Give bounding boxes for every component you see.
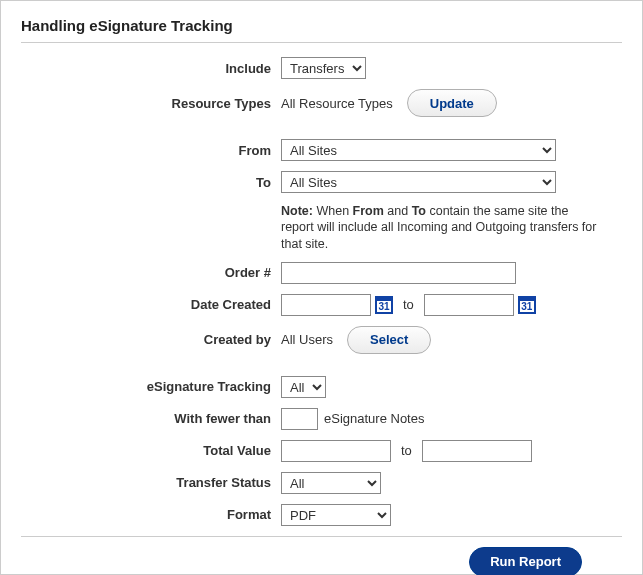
fewer-than-input[interactable] bbox=[281, 408, 318, 430]
to-site-select[interactable]: All Sites bbox=[281, 171, 556, 193]
esig-tracking-select[interactable]: All bbox=[281, 376, 326, 398]
label-to: To bbox=[21, 175, 281, 190]
row-to: To All Sites bbox=[21, 171, 622, 193]
label-format: Format bbox=[21, 507, 281, 522]
row-order: Order # bbox=[21, 262, 622, 284]
from-site-select[interactable]: All Sites bbox=[281, 139, 556, 161]
total-value-from-input[interactable] bbox=[281, 440, 391, 462]
label-order: Order # bbox=[21, 265, 281, 280]
format-select[interactable]: PDF bbox=[281, 504, 391, 526]
date-to-input[interactable] bbox=[424, 294, 514, 316]
row-esig-tracking: eSignature Tracking All bbox=[21, 376, 622, 398]
row-format: Format PDF bbox=[21, 504, 622, 526]
row-created-by: Created by All Users Select bbox=[21, 326, 622, 354]
date-to-word: to bbox=[403, 297, 414, 312]
label-total-value: Total Value bbox=[21, 443, 281, 458]
total-value-to-input[interactable] bbox=[422, 440, 532, 462]
row-include: Include Transfers bbox=[21, 57, 622, 79]
select-button[interactable]: Select bbox=[347, 326, 431, 354]
transfer-status-select[interactable]: All bbox=[281, 472, 381, 494]
row-from: From All Sites bbox=[21, 139, 622, 161]
row-note: Note: When From and To contain the same … bbox=[21, 203, 622, 252]
date-from-input[interactable] bbox=[281, 294, 371, 316]
footer: Run Report bbox=[21, 547, 622, 575]
row-total-value: Total Value to bbox=[21, 440, 622, 462]
label-include: Include bbox=[21, 61, 281, 76]
esignature-tracking-panel: Handling eSignature Tracking Include Tra… bbox=[0, 0, 643, 575]
label-from: From bbox=[21, 143, 281, 158]
label-date-created: Date Created bbox=[21, 297, 281, 312]
update-button[interactable]: Update bbox=[407, 89, 497, 117]
label-with-fewer: With fewer than bbox=[21, 411, 281, 426]
row-with-fewer: With fewer than eSignature Notes bbox=[21, 408, 622, 430]
order-input[interactable] bbox=[281, 262, 516, 284]
row-resource-types: Resource Types All Resource Types Update bbox=[21, 89, 622, 117]
note-prefix: Note: bbox=[281, 204, 313, 218]
note-text: Note: When From and To contain the same … bbox=[281, 203, 601, 252]
label-resource-types: Resource Types bbox=[21, 96, 281, 111]
esig-notes-suffix: eSignature Notes bbox=[324, 411, 424, 426]
row-transfer-status: Transfer Status All bbox=[21, 472, 622, 494]
calendar-to-icon[interactable]: 31 bbox=[518, 296, 536, 314]
resource-types-text: All Resource Types bbox=[281, 96, 393, 111]
page-title: Handling eSignature Tracking bbox=[21, 17, 622, 34]
include-select[interactable]: Transfers bbox=[281, 57, 366, 79]
created-by-text: All Users bbox=[281, 332, 333, 347]
label-created-by: Created by bbox=[21, 332, 281, 347]
value-to-word: to bbox=[401, 443, 412, 458]
label-transfer-status: Transfer Status bbox=[21, 475, 281, 490]
divider-top bbox=[21, 42, 622, 43]
row-date-created: Date Created 31 to 31 bbox=[21, 294, 622, 316]
calendar-from-icon[interactable]: 31 bbox=[375, 296, 393, 314]
label-esig-tracking: eSignature Tracking bbox=[21, 379, 281, 394]
run-report-button[interactable]: Run Report bbox=[469, 547, 582, 575]
divider-bottom bbox=[21, 536, 622, 537]
